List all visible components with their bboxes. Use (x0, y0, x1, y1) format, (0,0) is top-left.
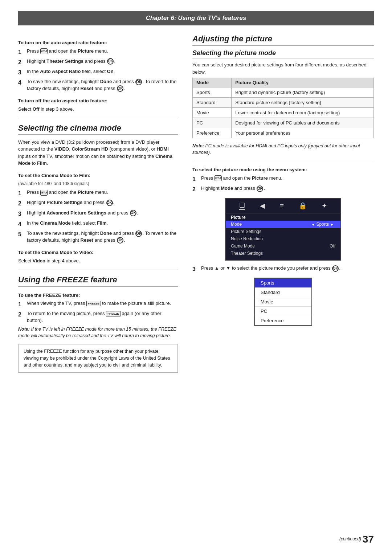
tv-menu-row-picture-settings: Picture Settings (226, 228, 340, 235)
divider-1 (18, 118, 178, 118)
menu-system-step3: 3 Press ▲ or ▼ to select the picture mod… (192, 265, 374, 273)
page-number: 37 (363, 533, 374, 545)
step-4: 4 To save the new settings, highlight Do… (18, 78, 178, 92)
left-column: To turn on the auto aspect ratio feature… (18, 34, 178, 373)
dropdown-item-standard: Standard (255, 288, 311, 297)
table-header-quality: Picture Quality (232, 78, 374, 87)
tv-menu-row-noise: Noise Reduction (226, 235, 340, 242)
mode-movie: Movie (193, 108, 232, 118)
freeze-steps: 1 When viewing the TV, press FREEZE to m… (18, 300, 178, 324)
setup-icon-cf1: SETUP (40, 190, 48, 196)
tv-row-label-noise: Noise Reduction (231, 236, 335, 241)
freeze-icon-1: FREEZE (86, 301, 101, 306)
table-row: Sports Bright and dynamic picture (facto… (193, 87, 374, 98)
tv-menu: ☐ ◀ ≡ 🔒 ✦ Picture Mode ◄ Sports ► Pic (225, 198, 341, 261)
tv-row-arrow-right: ► (330, 222, 334, 226)
table-row: Standard Standard picture settings (fact… (193, 98, 374, 108)
tv-row-label-theater: Theater Settings (231, 251, 335, 256)
cf-step-4: 4 In the Cinema Mode field, select Film. (18, 220, 178, 228)
freeze-use-heading: To use the FREEZE feature: (18, 292, 178, 299)
cinema-video-heading: To set the Cinema Mode to Video: (18, 249, 178, 256)
dropdown-list: Sports Standard Movie PC Preference (254, 278, 312, 326)
divider-2 (18, 270, 178, 270)
tv-row-value-game: Off (330, 244, 335, 249)
quality-standard: Standard picture settings (factory setti… (232, 98, 374, 108)
quality-sports: Bright and dynamic picture (factory sett… (232, 87, 374, 98)
setup-icon-ms1: SETUP (215, 175, 222, 181)
adjusting-picture-title: Adjusting the picture (192, 34, 374, 46)
tv-menu-row-mode: Mode ◄ Sports ► (226, 221, 340, 228)
chapter-header: Chapter 6: Using the TV's features (18, 11, 374, 25)
ms-step-1: 1 Press SETUP and open the Picture menu. (192, 175, 374, 183)
tv-icon-lock: 🔒 (299, 202, 307, 210)
right-column: Adjusting the picture Selecting the pict… (192, 34, 374, 373)
dropdown-list-container: Sports Standard Movie PC Preference (192, 278, 374, 326)
ok-icon-ms2: OK (257, 185, 263, 192)
tv-menu-row-game: Game Mode Off (226, 242, 340, 250)
ok-icon-3: OK (117, 85, 123, 92)
tv-menu-container: ☐ ◀ ≡ 🔒 ✦ Picture Mode ◄ Sports ► Pic (192, 198, 374, 261)
tv-row-label-mode: Mode (231, 222, 310, 227)
tv-row-arrow-left: ◄ (311, 222, 315, 226)
table-header-mode: Mode (193, 78, 232, 87)
ok-icon-ms3: OK (332, 265, 339, 272)
ok-icon-cf3: OK (130, 210, 136, 216)
mode-standard: Standard (193, 98, 232, 108)
tv-icon-gear: ✦ (322, 202, 327, 210)
ok-icon-cf5b: OK (117, 237, 123, 244)
dropdown-item-pc: PC (255, 307, 311, 316)
step-1: 1 Press SETUP and open the Picture menu. (18, 48, 178, 56)
freeze-title: Using the FREEZE feature (18, 275, 178, 287)
auto-aspect-off-text: Select Off in step 3 above. (18, 106, 178, 113)
step-2: 2 Highlight Theater Settings and press O… (18, 58, 178, 66)
setup-icon: SETUP (40, 48, 48, 54)
cinema-film-note: (available for 480i and 1080i signals) (18, 180, 178, 187)
dropdown-item-movie: Movie (255, 297, 311, 307)
cinema-mode-intro: When you view a DVD (3:2 pulldown proces… (18, 139, 178, 167)
cf-step-1: 1 Press SETUP and open the Picture menu. (18, 189, 178, 197)
table-body: Sports Bright and dynamic picture (facto… (193, 87, 374, 138)
mode-sports: Sports (193, 87, 232, 98)
tv-row-label-ps: Picture Settings (231, 229, 335, 234)
auto-aspect-off-heading: To turn off the auto aspect ratio featur… (18, 97, 178, 105)
cinema-film-steps: 1 Press SETUP and open the Picture menu.… (18, 189, 178, 244)
ok-icon-cf5a: OK (135, 230, 142, 237)
mode-preference: Preference (193, 128, 232, 138)
menu-system-heading: To select the picture mode using the men… (192, 166, 374, 173)
ok-icon: OK (107, 58, 114, 65)
cinema-video-text: Select Video in step 4 above. (18, 257, 178, 265)
tv-icon-picture: ☐ (239, 201, 245, 210)
chapter-title: Chapter 6: Using the TV's features (146, 15, 246, 21)
freeze-step-1: 1 When viewing the TV, press FREEZE to m… (18, 300, 178, 308)
table-row: PC Designed for viewing of PC tables and… (193, 118, 374, 128)
table-row: Movie Lower contrast for darkened room (… (193, 108, 374, 118)
table-row: Preference Your personal preferences (193, 128, 374, 138)
tv-row-value-mode: Sports (316, 222, 329, 227)
ok-icon-cf2: OK (106, 200, 113, 206)
quality-movie: Lower contrast for darkened room (factor… (232, 108, 374, 118)
freeze-warning: Using the FREEZE function for any purpos… (18, 344, 178, 372)
tv-icon-setup: ≡ (280, 202, 284, 210)
cf-step-5: 5 To save the new settings, highlight Do… (18, 230, 178, 244)
cinema-mode-title: Selecting the cinema mode (18, 123, 178, 135)
selecting-mode-intro: You can select your desired picture sett… (192, 61, 374, 75)
selecting-mode-title: Selecting the picture mode (192, 49, 374, 58)
divider-right-1 (192, 161, 374, 161)
mode-pc: PC (193, 118, 232, 128)
auto-aspect-on-heading: To turn on the auto aspect ratio feature… (18, 39, 178, 46)
picture-mode-table: Mode Picture Quality Sports Bright and d… (192, 78, 374, 138)
tv-menu-icons-row: ☐ ◀ ≡ 🔒 ✦ (226, 199, 340, 213)
cf-step-3: 3 Highlight Advanced Picture Settings an… (18, 210, 178, 218)
tv-menu-row-theater: Theater Settings (226, 250, 340, 257)
dropdown-item-preference: Preference (255, 316, 311, 325)
cf-step-2: 2 Highlight Picture Settings and press O… (18, 199, 178, 208)
ms-step-3: 3 Press ▲ or ▼ to select the picture mod… (192, 265, 374, 273)
freeze-note: Note: If the TV is left in FREEZE mode f… (18, 326, 178, 339)
quality-preference: Your personal preferences (232, 128, 374, 138)
menu-system-steps: 1 Press SETUP and open the Picture menu.… (192, 175, 374, 193)
freeze-step-2: 2 To return to the moving picture, press… (18, 310, 178, 324)
auto-aspect-on-steps: 1 Press SETUP and open the Picture menu.… (18, 48, 178, 92)
tv-menu-label-picture: Picture (226, 213, 340, 221)
page: Chapter 6: Using the TV's features To tu… (0, 0, 392, 556)
freeze-icon-2: FREEZE (106, 311, 121, 316)
